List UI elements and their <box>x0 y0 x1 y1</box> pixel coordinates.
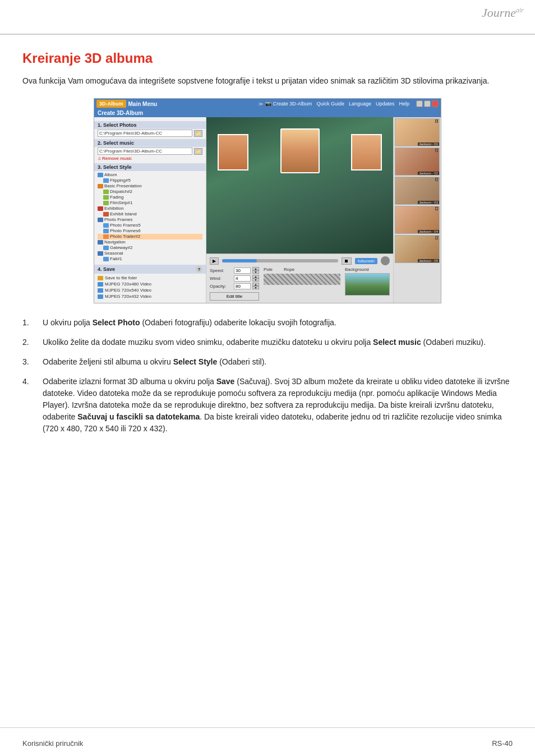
style-fall1[interactable]: Fall#1 <box>98 256 202 262</box>
seasonal-icon <box>98 251 103 256</box>
style-photo-trailer2[interactable]: Photo Trailer#2 <box>98 234 202 239</box>
style-exhibit-island[interactable]: Exhibit Island <box>98 211 202 217</box>
menu-guide[interactable]: Quick Guide <box>316 101 344 107</box>
menu-language[interactable]: Language <box>349 101 371 107</box>
thumb-1-num: 1 <box>435 119 438 123</box>
background-preview <box>345 273 390 296</box>
thumb-5[interactable]: 5 Jackson - 05 <box>395 235 440 263</box>
speed-wind-opacity-group: Speed: ▲ ▼ Wind: <box>210 267 259 301</box>
preview-photo-left <box>218 134 248 170</box>
thumb-3-label: Jackson - 03 <box>418 201 439 204</box>
playback-controls: ▶ ⏹ fullscreen Speed: <box>206 253 393 303</box>
thumb-4-num: 4 <box>435 207 438 210</box>
thumb-4[interactable]: 4 Jackson - 04 <box>395 206 440 234</box>
thumb-1-label: Jackson - 01 <box>418 142 439 146</box>
speed-input[interactable] <box>234 268 251 274</box>
pt2-icon <box>103 234 109 239</box>
menu-create[interactable]: 📷 Create 3D-Album <box>265 101 312 107</box>
style-photo-frames[interactable]: Photo Frames <box>98 217 202 223</box>
pf6-icon <box>103 229 109 233</box>
play-button[interactable]: ▶ <box>210 257 219 265</box>
preview-baby-face <box>282 130 319 172</box>
opacity-input[interactable] <box>234 283 251 289</box>
save-help-icon[interactable]: ? <box>196 266 202 273</box>
playback-slider[interactable] <box>222 259 338 262</box>
background-label: Background <box>345 267 390 272</box>
mjpeg540-icon <box>98 288 103 293</box>
close-btn[interactable] <box>432 100 439 107</box>
music-path-input[interactable] <box>98 147 192 155</box>
save-mjpeg480-row[interactable]: MJPEG 720x480 Video <box>98 281 202 287</box>
pf5-icon <box>103 223 109 228</box>
minimize-btn[interactable] <box>416 100 423 107</box>
exhibition-icon <box>98 206 103 211</box>
logo-sub: air <box>516 6 524 14</box>
instruction-4: 4. Odaberite izlazni format 3D albuma u … <box>22 376 513 435</box>
style-fading[interactable]: Fading <box>98 195 202 200</box>
thumb-2-num: 2 <box>435 149 438 152</box>
window-controls <box>416 100 439 107</box>
app-body: 1. Select Photos 📁 2. Select music 📁 ♫ R… <box>94 117 441 303</box>
style-album[interactable]: Album <box>98 172 202 178</box>
thumb-2[interactable]: 2 Jackson - 02 <box>395 147 440 176</box>
speed-label: Speed: <box>210 268 232 273</box>
preview-area <box>206 117 393 253</box>
pole-label: Pole <box>264 267 273 272</box>
select-music-header: 2. Select music <box>94 139 206 147</box>
speed-down-btn[interactable]: ▼ <box>252 270 259 274</box>
menu-updates[interactable]: Updates <box>376 101 395 107</box>
app-center-panel: ▶ ⏹ fullscreen Speed: <box>206 117 393 303</box>
speed-row: Speed: ▲ ▼ <box>210 267 259 274</box>
select-style-header: 3. Select Style <box>94 163 206 171</box>
style-basic-presentation[interactable]: Basic Presentation <box>98 183 202 189</box>
style-exhibition[interactable]: Exhibition <box>98 206 202 211</box>
thumb-5-label: Jackson - 05 <box>418 259 439 262</box>
speed-spinner: ▲ ▼ <box>252 267 259 274</box>
save-mjpeg540-row[interactable]: MJPEG 720x540 Video <box>98 287 202 293</box>
page-title: Kreiranje 3D albuma <box>22 50 513 66</box>
maximize-btn[interactable] <box>424 100 431 107</box>
save-folder-row[interactable]: Save to file foler <box>98 275 202 281</box>
style-photo-frames5[interactable]: Photo Frames5 <box>98 223 202 228</box>
fullscreen-button[interactable]: fullscreen <box>355 258 377 264</box>
arrow-icon: ≫ <box>259 102 263 107</box>
save-mjpeg432-row[interactable]: MJPEG 720x432 Video <box>98 293 202 299</box>
filmstrip1-icon <box>103 201 109 205</box>
style-photo-frames6[interactable]: Photo Frames6 <box>98 228 202 234</box>
nav-icon <box>98 240 103 245</box>
music-browse-btn[interactable]: 📁 <box>194 148 202 155</box>
music-remove-icon: ♫ <box>98 156 101 161</box>
photos-field-row: 📁 <box>94 129 206 137</box>
fading-icon <box>103 195 109 200</box>
style-seasonal[interactable]: Seasonal <box>98 251 202 256</box>
wind-down-btn[interactable]: ▼ <box>252 278 259 282</box>
style-navigation[interactable]: Navigation <box>98 239 202 245</box>
settings-icon[interactable] <box>381 256 390 265</box>
style-dispatch2[interactable]: Dispatch#2 <box>98 189 202 195</box>
preview-right-baby <box>352 135 381 169</box>
photos-path-input[interactable] <box>98 130 192 137</box>
style-gateway2[interactable]: Gateway#2 <box>98 245 202 251</box>
wind-input[interactable] <box>234 275 251 282</box>
photos-browse-btn[interactable]: 📁 <box>194 130 202 137</box>
style-filmstrip1[interactable]: FilmStrip#1 <box>98 200 202 206</box>
create-album-header: Create 3D-Album <box>94 109 441 117</box>
select-music-term: Select music <box>373 338 421 347</box>
stop-button[interactable]: ⏹ <box>342 257 352 265</box>
edit-title-button[interactable]: Edit title <box>210 292 259 301</box>
preview-bg <box>206 117 393 253</box>
photo-frames-icon <box>98 218 103 222</box>
remove-music-btn[interactable]: ♫ Remove music <box>94 155 206 162</box>
footer: Korisnički priručnik RS-40 <box>22 739 513 748</box>
save-options: Save to file foler MJPEG 720x480 Video M… <box>94 274 206 301</box>
style-flipping5[interactable]: Flipping#5 <box>98 178 202 183</box>
instruction-1: 1. U okviru polja Select Photo (Odaberi … <box>22 317 513 329</box>
opacity-down-btn[interactable]: ▼ <box>252 286 259 289</box>
gw2-icon <box>103 246 109 250</box>
thumb-1[interactable]: 1 Jackson - 01 <box>395 118 440 146</box>
flipping5-icon <box>103 178 109 183</box>
basic-icon <box>98 184 103 188</box>
opacity-spinner: ▲ ▼ <box>252 283 259 289</box>
menu-help[interactable]: Help <box>399 101 409 107</box>
thumb-3[interactable]: 3 Jackson - 03 <box>395 177 440 205</box>
